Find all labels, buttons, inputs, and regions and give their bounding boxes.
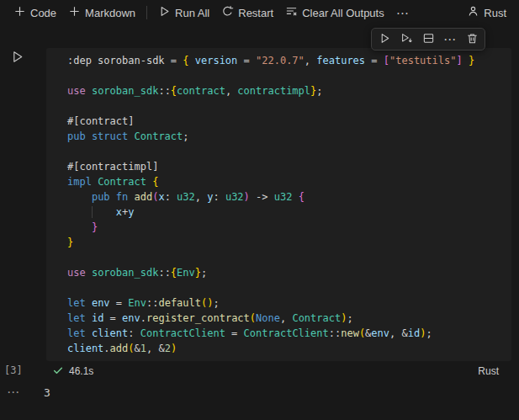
- code-line: }: [67, 220, 511, 235]
- more-icon: ⋯: [396, 7, 410, 19]
- plus-icon: [68, 5, 81, 20]
- split-cell-button[interactable]: [418, 30, 438, 49]
- kernel-icon: [467, 5, 479, 20]
- code-line: #[contract]: [67, 114, 511, 129]
- run-all-icon: [158, 5, 171, 20]
- code-line: [67, 280, 511, 295]
- code-line: [67, 98, 511, 114]
- code-line: :dep soroban-sdk = { version = "22.0.7",…: [67, 53, 511, 68]
- code-line: pub struct Contract;: [67, 129, 511, 144]
- restart-label: Restart: [238, 7, 273, 19]
- execution-count: [3]: [4, 364, 23, 376]
- code-line: let id = env.register_contract(None, Con…: [67, 311, 511, 326]
- more-icon: ⋯: [443, 33, 457, 45]
- run-below-icon: [400, 32, 413, 47]
- kernel-label: Rust: [484, 7, 506, 19]
- cell-output: ⋯ 3: [0, 382, 519, 404]
- add-code-button[interactable]: Code: [8, 3, 62, 23]
- clear-outputs-label: Clear All Outputs: [302, 7, 384, 19]
- add-markdown-label: Markdown: [85, 7, 135, 19]
- code-editor[interactable]: :dep soroban-sdk = { version = "22.0.7",…: [46, 48, 511, 361]
- kernel-picker-button[interactable]: Rust: [461, 3, 512, 23]
- code-line: [67, 250, 511, 265]
- plus-icon: [13, 5, 26, 20]
- restart-button[interactable]: Restart: [215, 3, 279, 23]
- split-cell-icon: [422, 32, 435, 47]
- cell-more-button[interactable]: ⋯: [440, 30, 460, 49]
- execute-cell-button[interactable]: [374, 30, 395, 49]
- restart-icon: [221, 5, 234, 20]
- add-markdown-button[interactable]: Markdown: [62, 3, 141, 23]
- code-line: use soroban_sdk::{contract, contractimpl…: [67, 83, 511, 98]
- trash-icon: [466, 32, 479, 47]
- toolbar-separator: [146, 6, 147, 19]
- code-line: impl Contract {: [67, 174, 511, 189]
- delete-cell-button[interactable]: [462, 30, 482, 49]
- run-cell-icon: [379, 32, 391, 47]
- cell-status-bar: [3] 46.1s Rust: [0, 363, 511, 380]
- code-line: [67, 144, 511, 159]
- clear-all-outputs-button[interactable]: Clear All Outputs: [279, 3, 390, 23]
- code-line: #[contractimpl]: [67, 159, 511, 174]
- code-line: use soroban_sdk::{Env};: [67, 265, 511, 280]
- run-cell-gutter-button[interactable]: [8, 50, 25, 66]
- run-all-label: Run All: [175, 7, 209, 19]
- output-value: 3: [44, 386, 50, 399]
- code-line: x+y: [67, 205, 511, 220]
- notebook-toolbar: Code Markdown Run All Restart Clear All …: [0, 0, 519, 25]
- add-code-label: Code: [30, 7, 56, 19]
- execution-duration: 46.1s: [69, 365, 93, 377]
- clear-outputs-icon: [285, 5, 298, 20]
- code-line: let client: ContractClient = ContractCli…: [67, 326, 511, 341]
- execution-summary: 46.1s: [52, 364, 93, 379]
- run-all-button[interactable]: Run All: [152, 3, 215, 23]
- success-check-icon: [52, 364, 64, 379]
- execute-below-button[interactable]: [396, 30, 416, 49]
- code-line: [67, 68, 511, 83]
- output-menu-button[interactable]: ⋯: [7, 385, 20, 400]
- code-line: let env = Env::default();: [67, 295, 511, 311]
- code-line: pub fn add(x: u32, y: u32) -> u32 {: [67, 189, 511, 205]
- toolbar-more-button[interactable]: ⋯: [390, 4, 416, 22]
- run-cell-icon: [10, 50, 24, 66]
- cell-toolbar: ⋯: [371, 28, 485, 51]
- code-line: client.add(&1, &2): [67, 341, 511, 356]
- cell-language-picker[interactable]: Rust: [478, 365, 499, 377]
- code-line: }: [67, 235, 511, 250]
